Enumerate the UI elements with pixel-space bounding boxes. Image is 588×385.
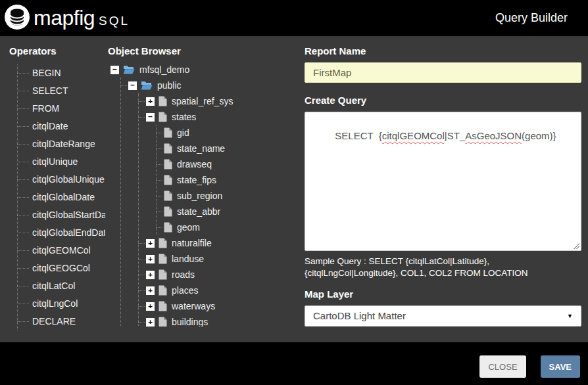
sample-query-text: Sample Query : SELECT {citqlLatCol|Latit… — [305, 256, 581, 279]
operator-item[interactable]: BEGIN — [18, 64, 105, 82]
object-browser-tree: −mfsql_demo−public+spatial_ref_sys−state… — [105, 62, 299, 327]
tree-node-geom[interactable]: geom — [164, 219, 299, 235]
expand-icon[interactable]: + — [146, 97, 155, 106]
file-icon — [159, 285, 167, 296]
tree-node-state_abbr[interactable]: state_abbr — [164, 204, 299, 219]
operator-item[interactable]: citqlGlobalEndDate — [18, 224, 105, 242]
query-text: (geom)} — [522, 130, 556, 141]
tree-node-buildings[interactable]: +buildings — [146, 314, 299, 327]
folder-open-icon — [141, 81, 153, 90]
operators-list: BEGINSELECTFROMcitqlDatecitqlDateRangeci… — [17, 64, 105, 330]
file-icon — [159, 301, 167, 311]
close-button[interactable]: CLOSE — [479, 355, 526, 378]
query-text: SELECT { — [335, 130, 381, 141]
operator-item[interactable]: citqlDateRange — [18, 135, 105, 153]
query-text-misspelled: AsGeoJSON — [465, 130, 522, 141]
mapfig-logo: mapfig SQL — [4, 4, 130, 33]
operators-title: Operators — [9, 45, 105, 57]
operator-item[interactable]: citqlGEOGCol — [18, 260, 105, 277]
file-icon — [164, 222, 172, 233]
file-icon — [159, 96, 167, 106]
query-text: |ST_ — [445, 130, 465, 141]
tree-node-label: geom — [177, 222, 200, 233]
tree-node-places[interactable]: +places — [146, 283, 299, 298]
main-content: Operators BEGINSELECTFROMcitqlDatecitqlD… — [0, 36, 588, 342]
operator-item[interactable]: citqlLngCol — [18, 295, 105, 313]
tree-node-public[interactable]: −public — [128, 78, 299, 93]
tree-node-label: spatial_ref_sys — [172, 96, 233, 106]
form-panel: Report Name Create Query SELECT {citqlGE… — [299, 36, 588, 342]
tree-node-roads[interactable]: +roads — [146, 267, 299, 283]
file-icon — [159, 112, 167, 122]
save-button[interactable]: SAVE — [541, 355, 580, 378]
file-icon — [164, 206, 172, 217]
query-builder-window: mapfig SQL Query Builder Operators BEGIN… — [0, 0, 588, 385]
file-icon — [164, 175, 172, 185]
page-title: Query Builder — [495, 11, 568, 25]
map-layer-label: Map Layer — [305, 288, 581, 300]
logo-suffix: SQL — [99, 14, 130, 28]
header: mapfig SQL Query Builder — [0, 0, 588, 36]
tree-node-label: drawseq — [177, 159, 212, 170]
tree-node-label: mfsql_demo — [139, 64, 189, 75]
tree-node-label: state_abbr — [177, 206, 220, 217]
operator-item[interactable]: citqlGlobalStartDate — [18, 206, 105, 224]
create-query-textarea[interactable]: SELECT {citqlGEOMCol|ST_AsGeoJSON(geom)} — [305, 112, 581, 251]
tree-node-spatial_ref_sys[interactable]: +spatial_ref_sys — [146, 93, 299, 109]
tree-node-states[interactable]: −states — [146, 109, 299, 125]
operator-item[interactable]: SELECT — [18, 82, 105, 100]
expand-icon[interactable]: + — [146, 239, 155, 248]
tree-node-state_fips[interactable]: state_fips — [164, 172, 299, 188]
resize-handle-icon[interactable] — [572, 242, 579, 249]
expand-icon[interactable]: + — [146, 302, 155, 311]
tree-node-gid[interactable]: gid — [164, 125, 299, 141]
file-icon — [159, 317, 167, 327]
map-layer-select[interactable]: CartoDB Light Matter — [305, 306, 581, 327]
tree-node-label: state_name — [177, 143, 225, 154]
tree-node-label: waterways — [172, 301, 215, 311]
database-icon — [4, 4, 30, 33]
tree-node-state_name[interactable]: state_name — [164, 141, 299, 156]
collapse-icon[interactable]: − — [128, 81, 137, 90]
operators-panel: Operators BEGINSELECTFROMcitqlDatecitqlD… — [0, 36, 105, 342]
tree-node-sub_region[interactable]: sub_region — [164, 188, 299, 204]
operator-item[interactable]: citqlGlobalUnique — [18, 171, 105, 189]
operator-item[interactable]: citqlUnique — [18, 153, 105, 171]
tree-node-label: states — [172, 112, 196, 122]
tree-node-label: public — [157, 80, 182, 91]
expand-icon[interactable]: + — [146, 286, 155, 295]
operator-item[interactable]: citqlDate — [18, 118, 105, 135]
file-icon — [164, 191, 172, 201]
tree-node-mfsql_demo[interactable]: −mfsql_demo — [110, 62, 299, 78]
operator-item[interactable]: citqlLatCol — [18, 277, 105, 295]
tree-node-label: buildings — [172, 317, 208, 327]
tree-node-label: places — [172, 285, 198, 296]
expand-icon[interactable]: + — [146, 271, 155, 279]
collapse-icon[interactable]: − — [110, 66, 119, 74]
query-text-misspelled: citqlGEOMCol — [382, 130, 445, 141]
folder-open-icon — [123, 65, 135, 74]
tree-node-landuse[interactable]: +landuse — [146, 251, 299, 267]
create-query-label: Create Query — [305, 95, 581, 106]
expand-icon[interactable]: + — [146, 255, 155, 263]
expand-icon[interactable]: + — [146, 318, 155, 327]
tree-node-naturalfile[interactable]: +naturalfile — [146, 235, 299, 251]
tree-node-label: gid — [177, 127, 189, 138]
file-icon — [159, 269, 167, 280]
operator-item[interactable]: DECLARE — [18, 313, 105, 330]
file-icon — [164, 143, 172, 154]
tree-node-label: state_fips — [177, 175, 216, 185]
tree-node-waterways[interactable]: +waterways — [146, 298, 299, 314]
report-name-input[interactable] — [305, 62, 581, 83]
tree-node-label: landuse — [172, 254, 204, 264]
file-icon — [164, 127, 172, 138]
tree-node-label: naturalfile — [172, 238, 212, 248]
tree-node-drawseq[interactable]: drawseq — [164, 156, 299, 172]
operator-item[interactable]: citqlGlobalDate — [18, 189, 105, 206]
file-icon — [159, 238, 167, 248]
operator-item[interactable]: citqlGEOMCol — [18, 242, 105, 260]
operator-item[interactable]: FROM — [18, 100, 105, 118]
collapse-icon[interactable]: − — [146, 113, 155, 122]
map-layer-select-wrap: CartoDB Light Matter ▼ — [305, 306, 581, 327]
file-icon — [164, 159, 172, 170]
